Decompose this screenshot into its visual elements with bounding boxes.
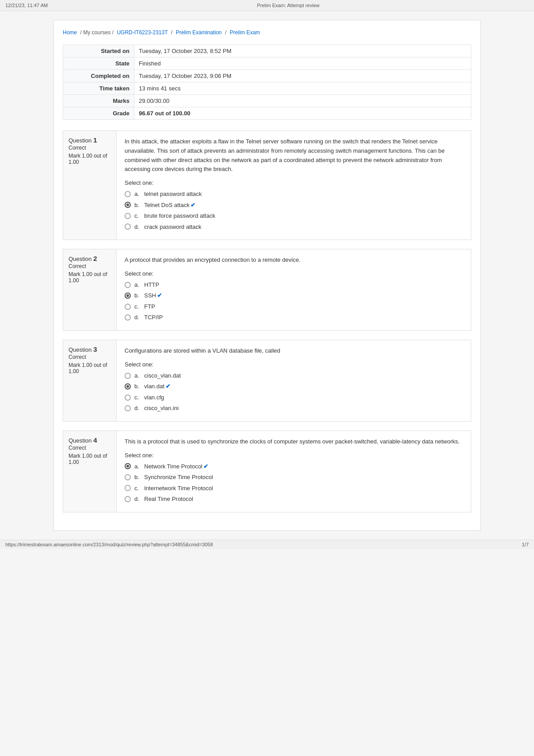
grade-label: Grade: [63, 107, 134, 120]
time-taken-value: 13 mins 41 secs: [134, 82, 471, 95]
option-text-1-2: brute force password attack: [144, 211, 215, 220]
option-letter-3-3: d.: [134, 404, 142, 413]
radio-1-0[interactable]: [125, 191, 131, 197]
options-list-1: a.telnet password attackb.Telnet DoS att…: [125, 190, 463, 231]
option-text-4-2: Internetwork Time Protocol: [144, 484, 213, 493]
question-block-4: Question 4 Correct Mark 1.00 out of 1.00…: [63, 431, 471, 512]
radio-3-0[interactable]: [125, 373, 131, 379]
option-4-3: d.Real Time Protocol: [125, 495, 463, 504]
question-number-2: Question 2: [69, 255, 111, 262]
question-block-3: Question 3 Correct Mark 1.00 out of 1.00…: [63, 340, 471, 422]
option-letter-3-0: a.: [134, 371, 142, 380]
option-letter-4-1: b.: [134, 473, 142, 482]
select-one-label-3: Select one:: [125, 361, 463, 368]
option-letter-3-2: c.: [134, 393, 142, 402]
radio-2-3[interactable]: [125, 314, 131, 321]
radio-4-3[interactable]: [125, 496, 131, 502]
option-3-0: a.cisco_vlan.dat: [125, 371, 463, 380]
summary-table: Started on Tuesday, 17 October 2023, 8:5…: [63, 45, 471, 120]
completed-on-value: Tuesday, 17 October 2023, 9:06 PM: [134, 70, 471, 82]
radio-1-2[interactable]: [125, 213, 131, 219]
option-text-4-0: Network Time Protocol: [144, 462, 202, 471]
summary-row-state: State Finished: [63, 57, 471, 70]
summary-row-completed: Completed on Tuesday, 17 October 2023, 9…: [63, 70, 471, 82]
checkmark-1-1: ✔: [190, 201, 195, 210]
option-text-1-1: Telnet DoS attack: [144, 201, 190, 210]
started-on-value: Tuesday, 17 October 2023, 8:52 PM: [134, 45, 471, 57]
question-text-3: Configurations are stored within a VLAN …: [125, 346, 463, 356]
question-sidebar-2: Question 2 Correct Mark 1.00 out of 1.00: [63, 249, 117, 330]
option-text-1-3: crack password attack: [144, 223, 202, 232]
radio-1-1[interactable]: [125, 202, 131, 208]
breadcrumb-home[interactable]: Home: [63, 29, 77, 36]
browser-timestamp: 12/21/23, 11:47 AM: [5, 3, 48, 8]
breadcrumb-sep2: /: [171, 29, 174, 36]
option-2-2: c.FTP: [125, 302, 463, 311]
option-text-3-3: cisco_vlan.ini: [144, 404, 178, 413]
options-list-2: a.HTTPb.SSH✔c.FTPd.TCP/IP: [125, 280, 463, 322]
question-status-2: Correct: [69, 263, 111, 269]
question-number-4: Question 4: [69, 436, 111, 444]
options-list-3: a.cisco_vlan.datb.vlan.dat✔c.vlan.cfgd.c…: [125, 371, 463, 413]
option-letter-1-0: a.: [134, 190, 142, 199]
option-3-2: c.vlan.cfg: [125, 393, 463, 402]
status-page: 1/7: [522, 542, 529, 547]
question-text-2: A protocol that provides an encrypted co…: [125, 256, 463, 265]
marks-value: 29.00/30.00: [134, 95, 471, 107]
select-one-label-2: Select one:: [125, 270, 463, 277]
option-4-0: a.Network Time Protocol✔: [125, 462, 463, 471]
radio-1-3[interactable]: [125, 224, 131, 230]
select-one-label-1: Select one:: [125, 179, 463, 186]
option-letter-2-0: a.: [134, 280, 142, 289]
question-status-3: Correct: [69, 354, 111, 360]
breadcrumb-section[interactable]: Prelim Examination: [176, 29, 222, 36]
state-label: State: [63, 57, 134, 70]
checkmark-4-0: ✔: [203, 462, 208, 471]
radio-3-3[interactable]: [125, 405, 131, 411]
question-content-2: A protocol that provides an encrypted co…: [117, 249, 471, 330]
breadcrumb-sep1: / My courses /: [80, 29, 115, 36]
option-text-4-3: Real Time Protocol: [144, 495, 193, 504]
breadcrumb-course[interactable]: UGRD-IT6223-2313T: [117, 29, 168, 36]
option-1-2: c.brute force password attack: [125, 211, 463, 220]
time-taken-label: Time taken: [63, 82, 134, 95]
option-text-3-1: vlan.dat: [144, 382, 165, 391]
summary-row-marks: Marks 29.00/30.00: [63, 95, 471, 107]
checkmark-3-1: ✔: [166, 382, 170, 391]
radio-3-1[interactable]: [125, 383, 131, 390]
question-text-4: This is a protocol that is used to synch…: [125, 437, 463, 447]
select-one-label-4: Select one:: [125, 452, 463, 459]
question-sidebar-4: Question 4 Correct Mark 1.00 out of 1.00: [63, 431, 117, 512]
radio-4-0[interactable]: [125, 463, 131, 469]
browser-tab-title: Prelim Exam: Attempt review: [48, 3, 529, 8]
radio-3-2[interactable]: [125, 394, 131, 401]
page-wrapper: Home / My courses / UGRD-IT6223-2313T / …: [53, 20, 481, 531]
status-bar: https://trimestralexam.amaesonline.com/2…: [0, 540, 534, 549]
question-block-1: Question 1 Correct Mark 1.00 out of 1.00…: [63, 130, 471, 240]
question-content-4: This is a protocol that is used to synch…: [117, 431, 471, 512]
question-sidebar-3: Question 3 Correct Mark 1.00 out of 1.00: [63, 340, 117, 421]
option-1-1: b.Telnet DoS attack✔: [125, 201, 463, 210]
radio-2-1[interactable]: [125, 293, 131, 299]
breadcrumb-exam[interactable]: Prelim Exam: [230, 29, 260, 36]
option-text-3-0: cisco_vlan.dat: [144, 371, 181, 380]
question-sidebar-1: Question 1 Correct Mark 1.00 out of 1.00: [63, 131, 117, 240]
summary-row-started: Started on Tuesday, 17 October 2023, 8:5…: [63, 45, 471, 57]
radio-2-0[interactable]: [125, 282, 131, 288]
option-text-1-0: telnet password attack: [144, 190, 202, 199]
completed-on-label: Completed on: [63, 70, 134, 82]
option-letter-4-2: c.: [134, 484, 142, 493]
radio-2-2[interactable]: [125, 304, 131, 310]
radio-4-2[interactable]: [125, 485, 131, 491]
question-mark-4: Mark 1.00 out of 1.00: [69, 453, 111, 465]
option-letter-4-3: d.: [134, 495, 142, 504]
option-text-4-1: Synchronize Time Protocol: [144, 473, 213, 482]
question-content-1: In this attack, the attacker exploits a …: [117, 131, 471, 240]
radio-4-1[interactable]: [125, 474, 131, 480]
marks-label: Marks: [63, 95, 134, 107]
checkmark-2-1: ✔: [157, 291, 162, 300]
option-letter-1-3: d.: [134, 223, 142, 232]
started-on-label: Started on: [63, 45, 134, 57]
option-2-1: b.SSH✔: [125, 291, 463, 300]
question-status-1: Correct: [69, 145, 111, 151]
